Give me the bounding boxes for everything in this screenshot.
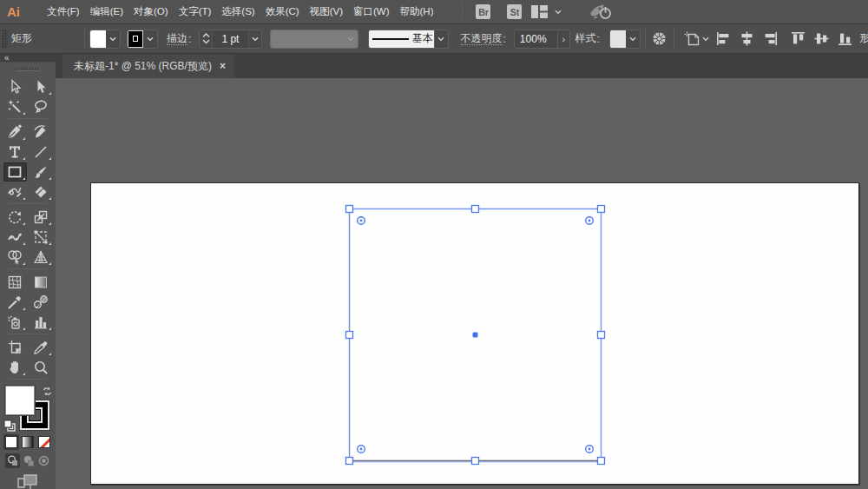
- tool-lasso[interactable]: [30, 97, 53, 116]
- stroke-weight-input[interactable]: 1 pt: [213, 30, 248, 48]
- fill-color-swatch[interactable]: [90, 30, 107, 48]
- tool-hand[interactable]: [3, 358, 27, 377]
- document-area: 未标题-1* @ 51% (RGB/预览) ×: [56, 54, 868, 489]
- graphic-style-chevron[interactable]: [626, 30, 640, 48]
- tool-width[interactable]: [3, 228, 27, 247]
- gpu-performance-icon[interactable]: [589, 3, 613, 20]
- stroke-weight-stepper[interactable]: [200, 30, 213, 48]
- none-button[interactable]: [36, 434, 52, 450]
- canvas[interactable]: [56, 78, 868, 489]
- toolbar-grip[interactable]: [16, 68, 39, 71]
- workspace: «: [0, 54, 868, 489]
- artboard[interactable]: [90, 182, 859, 485]
- document-tab[interactable]: 未标题-1* @ 51% (RGB/预览) ×: [62, 54, 234, 78]
- draw-normal-button[interactable]: [5, 453, 20, 468]
- tool-eraser[interactable]: [30, 182, 53, 202]
- tool-scale[interactable]: [30, 208, 53, 227]
- tab-close-icon[interactable]: ×: [220, 62, 226, 70]
- align-bottom-icon[interactable]: [838, 31, 852, 46]
- workspace-switcher[interactable]: [531, 5, 562, 18]
- tool-paintbrush[interactable]: [30, 162, 53, 182]
- swap-fill-stroke-icon[interactable]: [43, 387, 52, 396]
- tool-type[interactable]: [3, 142, 27, 162]
- tool-zoom[interactable]: [30, 358, 53, 377]
- tool-shape-builder[interactable]: [3, 248, 27, 267]
- opacity-input[interactable]: 100%: [514, 30, 558, 49]
- tool-free-transform[interactable]: [30, 228, 53, 247]
- zoom-tool-icon: [33, 360, 49, 375]
- eraser-tool-icon: [33, 184, 49, 200]
- menu-select[interactable]: 选择(S): [216, 0, 260, 23]
- tool-rectangle[interactable]: [3, 162, 27, 182]
- opacity-panel-link[interactable]: 不透明度: [461, 33, 503, 45]
- stroke-panel-link[interactable]: 描边: [167, 33, 187, 45]
- flyout-indicator-icon: [49, 177, 51, 180]
- align-left-icon[interactable]: [716, 31, 731, 46]
- graphic-style-swatch[interactable]: [610, 30, 627, 48]
- chevron-down-icon: [252, 36, 259, 43]
- menu-file[interactable]: 文件(F): [42, 0, 85, 23]
- stroke-color-widget[interactable]: [127, 30, 158, 49]
- screen-mode-button[interactable]: [17, 472, 38, 489]
- draw-inside-button[interactable]: [36, 453, 51, 468]
- brush-definition-dropdown[interactable]: 基本: [368, 30, 449, 49]
- align-top-icon[interactable]: [791, 31, 806, 46]
- opacity-more-button[interactable]: ›: [558, 30, 570, 49]
- recolor-artwork-button[interactable]: [652, 31, 667, 46]
- tool-line-segment[interactable]: [30, 142, 53, 162]
- flyout-indicator-icon: [49, 327, 51, 330]
- stroke-weight-widget[interactable]: 1 pt: [199, 30, 262, 49]
- bridge-button[interactable]: Br: [476, 4, 490, 19]
- menu-help[interactable]: 帮助(H): [395, 0, 439, 23]
- selection-tool-icon: [7, 79, 23, 95]
- menu-type[interactable]: 文字(T): [174, 0, 217, 23]
- default-fill-stroke-icon[interactable]: [3, 420, 16, 432]
- stroke-color-swatch[interactable]: [128, 30, 144, 48]
- tool-direct-selection[interactable]: [30, 77, 53, 96]
- tool-symbol-sprayer[interactable]: [3, 313, 27, 332]
- divider: [645, 28, 646, 50]
- tool-magic-wand[interactable]: [3, 97, 27, 116]
- tool-curvature[interactable]: [30, 122, 53, 142]
- tool-mesh[interactable]: [3, 273, 27, 292]
- color-button[interactable]: [3, 434, 19, 450]
- menu-view[interactable]: 视图(V): [305, 0, 348, 23]
- tool-column-graph[interactable]: [30, 313, 53, 332]
- gradient-button[interactable]: [20, 434, 36, 450]
- draw-behind-button[interactable]: [21, 453, 36, 468]
- align-right-icon[interactable]: [763, 31, 778, 46]
- fill-color-widget[interactable]: [89, 30, 121, 49]
- tool-rotate[interactable]: [3, 208, 27, 227]
- tool-perspective-grid[interactable]: [30, 248, 53, 267]
- stroke-chevron[interactable]: [143, 30, 157, 48]
- align-center-vertical-icon[interactable]: [814, 31, 829, 46]
- controlbar-grip[interactable]: [2, 30, 8, 49]
- free-transform-tool-icon: [33, 229, 49, 245]
- tool-eyedropper[interactable]: [3, 293, 27, 312]
- stroke-weight-chevron[interactable]: [248, 30, 262, 48]
- align-center-horizontal-icon[interactable]: [740, 31, 754, 46]
- tool-slice[interactable]: [30, 338, 53, 357]
- brush-definition-face[interactable]: 基本: [369, 30, 434, 48]
- flyout-indicator-icon: [23, 137, 25, 140]
- menu-edit[interactable]: 编辑(E): [85, 0, 128, 23]
- tool-gradient[interactable]: [30, 273, 53, 292]
- tool-shaper[interactable]: [3, 182, 27, 202]
- tool-pen[interactable]: [3, 122, 27, 142]
- brush-definition-chevron[interactable]: [434, 30, 448, 48]
- gradient-tool-icon: [33, 274, 49, 290]
- graphic-style-widget[interactable]: [609, 30, 641, 49]
- collapse-panel-button[interactable]: «: [0, 54, 9, 62]
- fill-indicator[interactable]: [5, 386, 35, 415]
- eyedropper-tool-icon: [7, 294, 23, 310]
- menu-window[interactable]: 窗口(W): [348, 0, 395, 23]
- tool-blend[interactable]: [30, 293, 53, 312]
- tool-selection[interactable]: [3, 77, 27, 96]
- menu-effect[interactable]: 效果(C): [260, 0, 305, 23]
- tool-artboard[interactable]: [3, 338, 27, 357]
- toolbar-divider: [9, 203, 47, 204]
- document-setup-button[interactable]: [684, 31, 709, 47]
- stock-button[interactable]: St: [507, 4, 522, 19]
- menu-object[interactable]: 对象(O): [128, 0, 174, 23]
- fill-chevron[interactable]: [106, 30, 120, 48]
